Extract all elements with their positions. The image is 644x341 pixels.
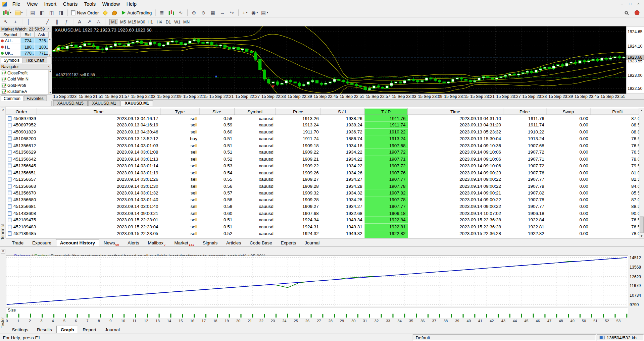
menu-charts[interactable]: Charts	[60, 0, 81, 8]
templates-button[interactable]: ▤▾	[260, 9, 269, 16]
history-column-t-p-7[interactable]: T / P	[364, 108, 408, 115]
history-row[interactable]: 4508979522023.09.13 04:16:19sell0.59xauu…	[6, 122, 644, 128]
history-column-size-3[interactable]: Size	[199, 108, 234, 115]
navigator-item-gold-profi[interactable]: Gold-Profi	[0, 82, 52, 88]
maximize-button[interactable]: □	[627, 1, 634, 7]
history-row[interactable]: 4508979392023.09.13 04:16:17sell0.58xauu…	[6, 115, 644, 121]
scroll-down-icon[interactable]: ▼	[49, 54, 51, 56]
tester-tab-settings[interactable]: Settings	[8, 326, 32, 333]
tester-tab-results[interactable]: Results	[33, 326, 56, 333]
history-row[interactable]: 4513566812023.09.14 03:01:40sell0.59xauu…	[6, 203, 644, 210]
new-order-button[interactable]: New Order	[70, 9, 100, 16]
fibonacci-button[interactable]: ƒ	[62, 18, 71, 25]
candlestick-chart[interactable]	[52, 26, 626, 94]
terminal-tab-code-base[interactable]: Code Base	[246, 239, 276, 246]
timeframe-h4[interactable]: H4	[155, 19, 164, 25]
timeframe-w1[interactable]: W1	[173, 19, 182, 25]
navigator-close-icon[interactable]: ×	[47, 65, 50, 69]
history-row[interactable]: 4521894832023.09.15 22:23:04sell0.51xauu…	[6, 223, 644, 230]
history-column-price-9[interactable]: Price	[503, 108, 546, 115]
market-watch-row-au[interactable]: AU..724..725..	[0, 38, 51, 44]
terminal-tab-articles[interactable]: Articles	[222, 239, 245, 246]
tester-graph[interactable]	[6, 255, 628, 306]
history-column-time-1[interactable]: Time	[37, 108, 160, 115]
menu-file[interactable]: File	[9, 0, 23, 8]
terminal-tab-experts[interactable]: Experts	[277, 239, 300, 246]
scroll-down-icon[interactable]: ▼	[49, 92, 51, 94]
chart-shift-button[interactable]: ↪	[228, 9, 236, 16]
terminal-tab-mailbox[interactable]: Mailbox7	[144, 239, 170, 246]
horizontal-line-button[interactable]: ─	[34, 18, 43, 25]
history-row[interactable]: 4513566572023.09.14 03:01:26sell0.55xauu…	[6, 176, 644, 182]
market-watch-column-bid[interactable]: Bid	[20, 32, 35, 38]
navigator-tab-favorites[interactable]: Favorites	[24, 95, 47, 101]
status-profile[interactable]: Default	[413, 334, 596, 340]
close-button[interactable]: ×	[635, 1, 642, 7]
history-column-order-0[interactable]: Order	[6, 108, 37, 115]
scroll-up-icon[interactable]: ▲	[640, 108, 643, 112]
zoom-in-button[interactable]: ⊕	[190, 9, 198, 16]
history-row[interactable]: 4513566292023.09.14 03:01:08sell0.51xauu…	[6, 149, 644, 156]
terminal-toggle-button[interactable]: ◫	[47, 9, 56, 16]
tester-tab-report[interactable]: Report	[79, 326, 100, 333]
alert-button[interactable]	[110, 9, 119, 16]
scroll-up-icon[interactable]: ▲	[49, 38, 51, 40]
menu-insert[interactable]: Insert	[41, 0, 60, 8]
history-row[interactable]: 4513566802023.09.14 03:01:40sell0.58xauu…	[6, 196, 644, 203]
channel-button[interactable]: ∥	[53, 18, 61, 25]
timeframe-h1[interactable]: H1	[146, 19, 155, 25]
chart-tab-2[interactable]: XAUUSD,M1	[121, 100, 153, 106]
menu-tools[interactable]: Tools	[81, 0, 99, 8]
terminal-tab-journal[interactable]: Journal	[301, 239, 324, 246]
market-watch-row-h[interactable]: H..180..180..	[0, 44, 51, 50]
history-column-type-2[interactable]: Type	[160, 108, 199, 115]
candlestick-mode-button[interactable]	[167, 9, 176, 16]
autotrading-button[interactable]: AutoTrading	[120, 9, 153, 16]
navigator-toggle-button[interactable]: ◧	[38, 9, 47, 16]
tester-tab-graph[interactable]: Graph	[57, 326, 78, 333]
navigator-item-icustomea[interactable]: icustomEA	[0, 88, 52, 94]
history-row[interactable]: 4514336082023.09.14 09:00:21sell0.60xauu…	[6, 210, 644, 217]
vertical-line-button[interactable]: │	[24, 18, 33, 25]
timeframe-m15[interactable]: M15	[128, 19, 137, 25]
timeframe-m30[interactable]: M30	[137, 19, 146, 25]
market-watch-scrollbar[interactable]: ▲▼	[48, 38, 51, 56]
chart-tab-0[interactable]: XAUUSD,M15	[53, 100, 88, 106]
trendline-button[interactable]: ╱	[43, 18, 52, 25]
terminal-tab-news[interactable]: News99	[99, 239, 123, 246]
navigator-tab-common[interactable]: Common	[1, 95, 23, 101]
scrollbar-thumb[interactable]	[640, 217, 643, 233]
shapes-tool-button[interactable]: △	[94, 18, 103, 25]
history-row[interactable]: 4509018292023.09.13 04:30:46sell0.60xauu…	[6, 128, 644, 135]
text-label-button[interactable]: A	[75, 18, 84, 25]
navigator-scrollbar[interactable]: ▲▼	[48, 70, 52, 94]
terminal-tab-alerts[interactable]: Alerts	[123, 239, 143, 246]
auto-scroll-button[interactable]: →	[218, 9, 227, 16]
tile-windows-button[interactable]: ▦	[208, 9, 217, 16]
terminal-tab-trade[interactable]: Trade	[8, 239, 28, 246]
tester-close-icon[interactable]: ×	[1, 249, 5, 253]
history-row[interactable]: 4510682002023.09.13 13:52:12buy0.51xauus…	[6, 135, 644, 142]
history-column-symbol-4[interactable]: Symbol	[234, 108, 276, 115]
market-watch-row-uk[interactable]: UK..770..771..	[0, 50, 51, 56]
history-row[interactable]: 4513566632023.09.14 03:01:30sell0.56xauu…	[6, 183, 644, 189]
history-row[interactable]: 4513566122023.09.14 03:01:03sell0.51xauu…	[6, 142, 644, 149]
new-chart-button[interactable]: ▾	[2, 9, 13, 16]
bar-chart-mode-button[interactable]: ≣	[157, 9, 166, 16]
terminal-tab-account-history[interactable]: Account History	[56, 239, 99, 246]
history-row[interactable]: 4513566512023.09.14 03:01:19sell0.54xauu…	[6, 169, 644, 176]
terminal-tab-signals[interactable]: Signals	[199, 239, 222, 246]
history-column-time-8[interactable]: Time	[408, 108, 503, 115]
market-watch-tab-tick-chart[interactable]: Tick Chart	[23, 57, 47, 63]
terminal-close-icon[interactable]: ×	[1, 108, 5, 112]
timeframe-m1[interactable]: M1	[109, 19, 118, 25]
history-column-swap-10[interactable]: Swap	[546, 108, 590, 115]
line-chart-mode-button[interactable]: ∿	[177, 9, 185, 16]
minimize-button[interactable]: –	[618, 1, 626, 7]
history-row[interactable]: 4521894852023.09.15 22:23:05sell0.52xauu…	[6, 230, 644, 237]
scroll-down-icon[interactable]: ▼	[640, 234, 643, 238]
search-button[interactable]	[623, 9, 632, 16]
chart-tab-1[interactable]: XAUUSD,M1	[88, 100, 120, 106]
history-row[interactable]: 4513566702023.09.14 03:01:32sell0.57xauu…	[6, 189, 644, 196]
timeframe-d1[interactable]: D1	[164, 19, 173, 25]
